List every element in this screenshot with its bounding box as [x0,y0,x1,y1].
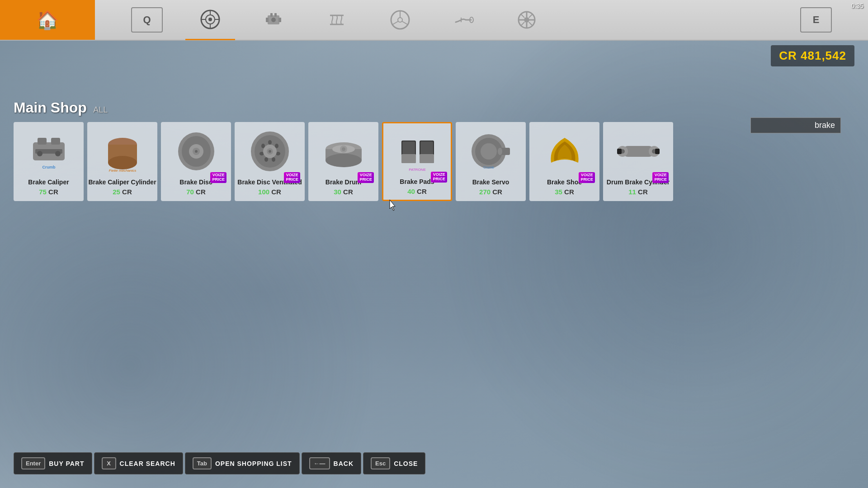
open-shopping-list-button[interactable]: Tab OPEN SHOPPING LIST [185,452,300,474]
item-image-brake-shoe [538,127,592,176]
brakes-icon [199,8,222,31]
bottom-controls: Enter BUY PART X CLEAR SEARCH Tab OPEN S… [14,452,425,474]
close-label: CLOSE [394,460,418,467]
svg-point-2 [208,18,212,21]
nav-item-quick[interactable]: Q [122,0,172,40]
item-price-brake-servo: 270 CR [479,188,502,196]
item-price-brake-pads: 40 CR [407,188,427,195]
svg-point-22 [524,17,529,23]
main-content: Main Shop ALL Crumb Brake Caliper 75 CR [0,41,868,488]
svg-rect-9 [278,18,281,22]
nav-item-extras[interactable]: E [791,0,841,40]
top-nav-bar: 🏠 Q [0,0,868,41]
item-image-drum-brake-cylinder [611,127,665,176]
suspension-icon [326,9,348,31]
svg-point-12 [271,18,276,22]
time-display: 0:35 [851,2,863,9]
item-image-brake-drum [316,127,371,176]
item-image-brake-caliper-cylinder: Fiette mechanics [95,127,150,176]
svg-line-28 [529,14,533,18]
esc-key: Esc [371,457,390,469]
credits-display: CR 481,542 [771,45,854,66]
clear-search-button[interactable]: X CLEAR SEARCH [94,452,183,474]
svg-line-27 [521,14,524,18]
item-price-brake-caliper: 75 CR [39,188,58,196]
svg-point-53 [264,157,268,162]
nav-item-steering[interactable] [375,0,425,40]
item-name-brake-caliper: Brake Caliper [28,178,69,186]
close-button[interactable]: Esc CLOSE [363,452,425,474]
svg-point-61 [326,154,362,167]
shop-title: Main Shop [14,99,87,116]
item-brake-pads[interactable]: PATRONE VOIZEPRICE Brake Pads 40 CR [382,122,452,201]
nav-item-suspension[interactable] [312,0,362,40]
item-brake-shoe[interactable]: VOIZEPRICE Brake Shoe 35 CR [529,122,599,201]
svg-rect-69 [401,154,416,163]
exhaust-icon [452,9,475,31]
nav-item-exhaust[interactable] [439,0,488,40]
svg-point-64 [342,147,345,151]
item-image-brake-disc-ventilated [243,127,297,176]
item-brake-servo[interactable]: Crumb Brake Servo 270 CR [456,122,526,201]
svg-rect-70 [420,154,434,163]
back-label: BACK [334,460,354,467]
item-brake-drum[interactable]: VOIZEPRICE Brake Drum 30 CR [308,122,378,201]
voize-badge-brake-shoe: VOIZEPRICE [579,172,595,183]
item-image-brake-caliper: Crumb [22,127,76,176]
svg-point-35 [37,151,42,156]
back-button[interactable]: ←— BACK [302,452,361,474]
nav-item-engine[interactable] [249,0,298,40]
item-brake-disc[interactable]: VOIZEPRICE Brake Disc 70 CR [161,122,231,201]
svg-point-16 [398,18,402,22]
gearbox-icon [515,9,538,31]
home-button[interactable]: 🏠 [0,0,95,40]
item-price-brake-disc: 70 CR [186,188,206,196]
svg-point-76 [498,148,502,155]
svg-point-46 [195,150,198,153]
svg-rect-84 [655,149,660,154]
nav-item-brakes[interactable] [185,0,235,40]
voize-badge-brake-disc-ventilated: VOIZEPRICE [284,172,300,183]
items-grid: Crumb Brake Caliper 75 CR Fiette mechani… [14,122,854,201]
item-price-brake-caliper-cylinder: 25 CR [113,188,132,196]
item-brake-caliper-cylinder[interactable]: Fiette mechanics Brake Caliper Cylinder … [87,122,157,201]
item-name-brake-disc: Brake Disc [179,178,212,186]
q-key-icon: Q [131,7,163,33]
nav-item-gearbox[interactable] [502,0,552,40]
svg-rect-8 [266,18,269,22]
buy-part-button[interactable]: Enter BUY PART [14,452,92,474]
buy-part-label: BUY PART [49,460,84,467]
clear-search-label: CLEAR SEARCH [120,460,175,467]
svg-point-40 [108,156,137,169]
svg-rect-11 [274,13,277,17]
voize-badge-brake-drum: VOIZEPRICE [358,172,374,183]
steering-icon [389,9,411,31]
voize-badge-drum-brake-cylinder: VOIZEPRICE [652,172,669,183]
back-key: ←— [309,457,330,469]
svg-text:Crumb: Crumb [42,165,56,169]
item-brake-caliper[interactable]: Crumb Brake Caliper 75 CR [14,122,84,201]
item-brake-disc-ventilated[interactable]: VOIZEPRICE Brake Disc Ventilated 100 CR [235,122,305,201]
item-price-brake-drum: 30 CR [334,188,353,196]
svg-line-18 [392,21,398,25]
engine-icon [262,9,285,31]
svg-point-52 [272,157,275,162]
home-icon: 🏠 [36,9,59,31]
nav-items-container: Q [95,0,868,40]
enter-key: Enter [21,457,45,469]
open-shopping-list-label: OPEN SHOPPING LIST [215,460,292,467]
item-price-drum-brake-cylinder: 11 CR [628,188,648,196]
svg-line-19 [402,21,408,25]
item-price-brake-shoe: 35 CR [555,188,574,196]
item-name-brake-pads: Brake Pads [400,178,434,186]
svg-text:PATRONE: PATRONE [409,168,425,172]
svg-point-74 [481,143,497,160]
tab-key: Tab [193,457,212,469]
item-name-brake-shoe: Brake Shoe [547,178,582,186]
svg-text:Crumb: Crumb [483,165,494,169]
svg-line-30 [529,22,533,26]
svg-rect-10 [270,13,273,17]
item-image-brake-servo: Crumb [464,127,518,176]
item-drum-brake-cylinder[interactable]: VOIZEPRICE Drum Brake Cylinder 11 CR [603,122,673,201]
svg-rect-83 [617,149,622,154]
